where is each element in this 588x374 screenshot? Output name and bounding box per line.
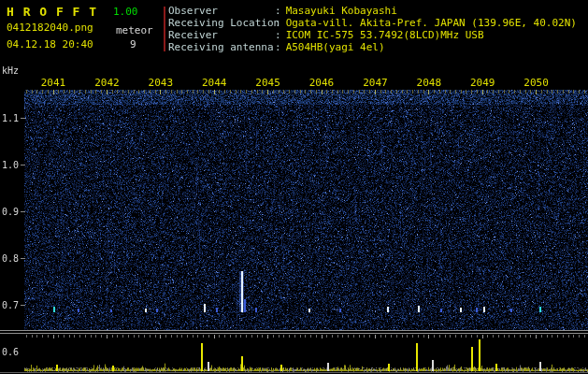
- info-colon: :: [275, 17, 281, 29]
- timestamp: 04.12.18 20:40: [7, 38, 93, 50]
- freq-label: 0.6: [2, 347, 19, 357]
- app-version: 1.00: [113, 6, 138, 18]
- info-value: A504HB(yagi 4el): [286, 41, 385, 53]
- time-label: 2043: [149, 77, 174, 89]
- freq-label: 0.7: [2, 300, 19, 310]
- header-divider: [164, 7, 165, 51]
- output-filename: 0412182040.png: [7, 22, 93, 34]
- header: H R O F F T 1.00 0412182040.png meteor 0…: [0, 0, 588, 75]
- info-value: Masayuki Kobayashi: [286, 5, 397, 17]
- app-title: H R O F F T: [7, 5, 97, 19]
- info-table: Observer:Masayuki KobayashiReceiving Loc…: [168, 5, 577, 53]
- info-row: Receiver:ICOM IC-575 53.7492(8LCD)MHz US…: [168, 29, 577, 41]
- meteor-counter-label: meteor: [116, 24, 153, 36]
- info-row: Observer:Masayuki Kobayashi: [168, 5, 577, 17]
- hrofft-window: H R O F F T 1.00 0412182040.png meteor 0…: [0, 0, 588, 374]
- info-label: Receiver: [168, 29, 275, 41]
- info-label: Receiving Location: [168, 17, 275, 29]
- info-value: ICOM IC-575 53.7492(8LCD)MHz USB: [286, 29, 484, 41]
- time-label: 2048: [417, 77, 442, 89]
- time-label: 2041: [41, 77, 66, 89]
- info-value: Ogata-vill. Akita-Pref. JAPAN (139.96E, …: [286, 17, 577, 29]
- freq-label: 0.9: [2, 207, 19, 217]
- info-label: Observer: [168, 5, 275, 17]
- time-label: 2046: [309, 77, 335, 89]
- freq-label: 1.1: [2, 113, 19, 123]
- info-row: Receiving antenna:A504HB(yagi 4el): [168, 41, 577, 53]
- info-colon: :: [275, 5, 281, 17]
- time-label: 2049: [470, 77, 495, 89]
- info-label: Receiving antenna: [168, 41, 275, 53]
- freq-label: kHz: [2, 65, 19, 76]
- info-colon: :: [275, 29, 281, 41]
- time-label: 2050: [523, 77, 549, 89]
- info-row: Receiving Location:Ogata-vill. Akita-Pre…: [168, 17, 577, 29]
- time-label: 2047: [363, 77, 388, 89]
- freq-label: 0.8: [2, 253, 19, 264]
- freq-label: 1.0: [2, 160, 19, 170]
- info-colon: :: [275, 41, 281, 53]
- meteor-count: 9: [130, 38, 136, 50]
- time-label: 2045: [255, 77, 280, 89]
- time-label: 2042: [94, 77, 120, 89]
- time-label: 2044: [202, 77, 227, 89]
